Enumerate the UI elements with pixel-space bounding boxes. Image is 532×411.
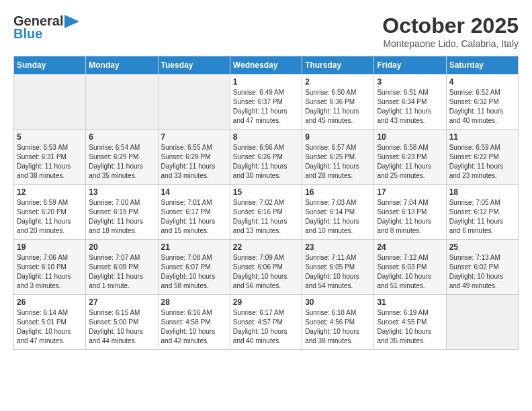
title-block: October 2025 Montepaone Lido, Calabria, … — [382, 13, 519, 49]
day-info: Sunrise: 6:55 AM Sunset: 6:28 PM Dayligh… — [161, 143, 227, 181]
logo-icon — [64, 15, 79, 28]
calendar-header-row: SundayMondayTuesdayWednesdayThursdayFrid… — [14, 56, 519, 75]
day-info: Sunrise: 6:57 AM Sunset: 6:25 PM Dayligh… — [305, 143, 371, 181]
calendar-week-3: 12Sunrise: 6:59 AM Sunset: 6:20 PM Dayli… — [14, 185, 519, 240]
day-info: Sunrise: 6:17 AM Sunset: 4:57 PM Dayligh… — [233, 308, 299, 346]
day-info: Sunrise: 7:02 AM Sunset: 6:16 PM Dayligh… — [233, 198, 299, 236]
calendar-cell: 3Sunrise: 6:51 AM Sunset: 6:34 PM Daylig… — [374, 75, 446, 130]
day-info: Sunrise: 6:58 AM Sunset: 6:23 PM Dayligh… — [377, 143, 443, 181]
day-info: Sunrise: 6:52 AM Sunset: 6:32 PM Dayligh… — [449, 88, 515, 126]
day-info: Sunrise: 6:49 AM Sunset: 6:37 PM Dayligh… — [233, 88, 299, 126]
day-number: 5 — [17, 132, 83, 142]
calendar-table: SundayMondayTuesdayWednesdayThursdayFrid… — [13, 56, 519, 350]
header-monday: Monday — [86, 56, 158, 75]
day-number: 28 — [161, 298, 227, 307]
calendar-cell: 2Sunrise: 6:50 AM Sunset: 6:36 PM Daylig… — [302, 75, 374, 130]
calendar-week-2: 5Sunrise: 6:53 AM Sunset: 6:31 PM Daylig… — [14, 130, 519, 185]
day-number: 24 — [377, 242, 443, 252]
calendar-week-1: 1Sunrise: 6:49 AM Sunset: 6:37 PM Daylig… — [14, 75, 519, 130]
day-number: 25 — [449, 242, 515, 252]
logo: General Blue — [13, 13, 79, 42]
calendar-cell: 12Sunrise: 6:59 AM Sunset: 6:20 PM Dayli… — [14, 185, 86, 240]
logo-blue: Blue — [13, 26, 42, 42]
header-tuesday: Tuesday — [158, 56, 230, 75]
calendar-cell: 23Sunrise: 7:11 AM Sunset: 6:05 PM Dayli… — [302, 240, 374, 295]
calendar-week-5: 26Sunrise: 6:14 AM Sunset: 5:01 PM Dayli… — [14, 295, 519, 350]
day-info: Sunrise: 7:07 AM Sunset: 6:09 PM Dayligh… — [89, 253, 154, 291]
calendar-cell: 22Sunrise: 7:09 AM Sunset: 6:06 PM Dayli… — [230, 240, 302, 295]
day-info: Sunrise: 7:13 AM Sunset: 6:02 PM Dayligh… — [449, 253, 515, 291]
calendar-cell: 4Sunrise: 6:52 AM Sunset: 6:32 PM Daylig… — [446, 75, 518, 130]
day-number: 1 — [233, 77, 299, 87]
day-info: Sunrise: 6:53 AM Sunset: 6:31 PM Dayligh… — [17, 143, 83, 181]
day-number: 10 — [377, 132, 443, 142]
day-info: Sunrise: 6:15 AM Sunset: 5:00 PM Dayligh… — [89, 308, 154, 346]
day-info: Sunrise: 6:59 AM Sunset: 6:20 PM Dayligh… — [17, 198, 83, 236]
month-title: October 2025 — [382, 13, 519, 38]
day-number: 20 — [89, 242, 154, 252]
day-info: Sunrise: 7:04 AM Sunset: 6:13 PM Dayligh… — [377, 198, 443, 236]
day-number: 9 — [305, 132, 371, 142]
day-number: 3 — [377, 77, 443, 87]
day-number: 18 — [449, 187, 515, 197]
day-number: 11 — [449, 132, 515, 142]
day-info: Sunrise: 7:05 AM Sunset: 6:12 PM Dayligh… — [449, 198, 515, 236]
day-info: Sunrise: 7:03 AM Sunset: 6:14 PM Dayligh… — [305, 198, 371, 236]
day-info: Sunrise: 7:06 AM Sunset: 6:10 PM Dayligh… — [17, 253, 83, 291]
calendar-cell: 25Sunrise: 7:13 AM Sunset: 6:02 PM Dayli… — [446, 240, 518, 295]
calendar-cell: 11Sunrise: 6:59 AM Sunset: 6:22 PM Dayli… — [446, 130, 518, 185]
calendar-cell: 26Sunrise: 6:14 AM Sunset: 5:01 PM Dayli… — [14, 295, 86, 350]
calendar-cell: 13Sunrise: 7:00 AM Sunset: 6:19 PM Dayli… — [86, 185, 158, 240]
calendar-week-4: 19Sunrise: 7:06 AM Sunset: 6:10 PM Dayli… — [14, 240, 519, 295]
day-number: 16 — [305, 187, 371, 197]
day-number: 17 — [377, 187, 443, 197]
day-info: Sunrise: 6:14 AM Sunset: 5:01 PM Dayligh… — [17, 308, 83, 346]
day-info: Sunrise: 6:59 AM Sunset: 6:22 PM Dayligh… — [449, 143, 515, 181]
day-info: Sunrise: 7:09 AM Sunset: 6:06 PM Dayligh… — [233, 253, 299, 291]
calendar-cell — [446, 295, 518, 350]
header-sunday: Sunday — [14, 56, 86, 75]
calendar-cell: 21Sunrise: 7:08 AM Sunset: 6:07 PM Dayli… — [158, 240, 230, 295]
header-saturday: Saturday — [446, 56, 518, 75]
day-number: 6 — [89, 132, 154, 142]
calendar-cell: 10Sunrise: 6:58 AM Sunset: 6:23 PM Dayli… — [374, 130, 446, 185]
day-number: 30 — [305, 298, 371, 307]
calendar-cell: 9Sunrise: 6:57 AM Sunset: 6:25 PM Daylig… — [302, 130, 374, 185]
day-number: 19 — [17, 242, 83, 252]
location-subtitle: Montepaone Lido, Calabria, Italy — [382, 38, 519, 49]
day-number: 29 — [233, 298, 299, 307]
calendar-cell: 16Sunrise: 7:03 AM Sunset: 6:14 PM Dayli… — [302, 185, 374, 240]
calendar-cell: 14Sunrise: 7:01 AM Sunset: 6:17 PM Dayli… — [158, 185, 230, 240]
day-info: Sunrise: 6:16 AM Sunset: 4:58 PM Dayligh… — [161, 308, 227, 346]
day-number: 8 — [233, 132, 299, 142]
calendar-cell: 17Sunrise: 7:04 AM Sunset: 6:13 PM Dayli… — [374, 185, 446, 240]
calendar-cell: 8Sunrise: 6:56 AM Sunset: 6:26 PM Daylig… — [230, 130, 302, 185]
header-wednesday: Wednesday — [230, 56, 302, 75]
header-friday: Friday — [374, 56, 446, 75]
svg-marker-0 — [64, 15, 79, 28]
calendar-cell — [86, 75, 158, 130]
calendar-cell: 24Sunrise: 7:12 AM Sunset: 6:03 PM Dayli… — [374, 240, 446, 295]
day-number: 22 — [233, 242, 299, 252]
calendar-cell: 28Sunrise: 6:16 AM Sunset: 4:58 PM Dayli… — [158, 295, 230, 350]
day-info: Sunrise: 7:12 AM Sunset: 6:03 PM Dayligh… — [377, 253, 443, 291]
calendar-cell: 5Sunrise: 6:53 AM Sunset: 6:31 PM Daylig… — [14, 130, 86, 185]
day-number: 15 — [233, 187, 299, 197]
day-info: Sunrise: 6:50 AM Sunset: 6:36 PM Dayligh… — [305, 88, 371, 126]
calendar-cell: 1Sunrise: 6:49 AM Sunset: 6:37 PM Daylig… — [230, 75, 302, 130]
calendar-cell: 30Sunrise: 6:18 AM Sunset: 4:56 PM Dayli… — [302, 295, 374, 350]
day-number: 7 — [161, 132, 227, 142]
header-thursday: Thursday — [302, 56, 374, 75]
day-number: 14 — [161, 187, 227, 197]
calendar-cell: 6Sunrise: 6:54 AM Sunset: 6:29 PM Daylig… — [86, 130, 158, 185]
day-number: 26 — [17, 298, 83, 307]
day-info: Sunrise: 7:08 AM Sunset: 6:07 PM Dayligh… — [161, 253, 227, 291]
calendar-cell: 18Sunrise: 7:05 AM Sunset: 6:12 PM Dayli… — [446, 185, 518, 240]
day-info: Sunrise: 6:56 AM Sunset: 6:26 PM Dayligh… — [233, 143, 299, 181]
calendar-cell — [14, 75, 86, 130]
day-info: Sunrise: 6:51 AM Sunset: 6:34 PM Dayligh… — [377, 88, 443, 126]
day-number: 12 — [17, 187, 83, 197]
day-info: Sunrise: 7:11 AM Sunset: 6:05 PM Dayligh… — [305, 253, 371, 291]
day-number: 23 — [305, 242, 371, 252]
calendar-cell: 31Sunrise: 6:19 AM Sunset: 4:55 PM Dayli… — [374, 295, 446, 350]
